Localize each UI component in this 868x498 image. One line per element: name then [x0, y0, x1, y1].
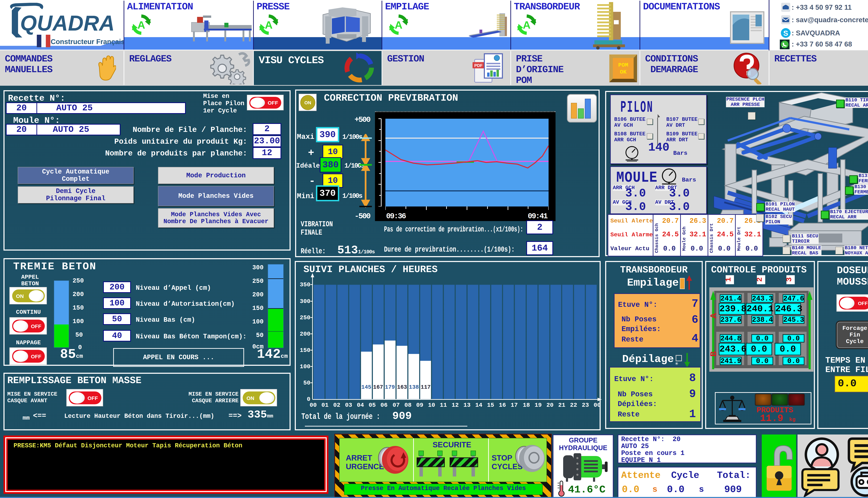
- svg-text:OK: OK: [620, 69, 627, 75]
- svg-text:S: S: [783, 29, 788, 37]
- svg-text:QUADRA: QUADRA: [20, 11, 115, 35]
- svg-text:A: A: [265, 19, 273, 31]
- svg-text:A: A: [395, 19, 403, 31]
- svg-text:Constructeur Français: Constructeur Français: [51, 38, 124, 45]
- svg-text:A: A: [523, 19, 531, 31]
- svg-text:A: A: [138, 19, 145, 31]
- svg-text:PDF: PDF: [474, 63, 483, 68]
- svg-text:POM: POM: [618, 62, 628, 68]
